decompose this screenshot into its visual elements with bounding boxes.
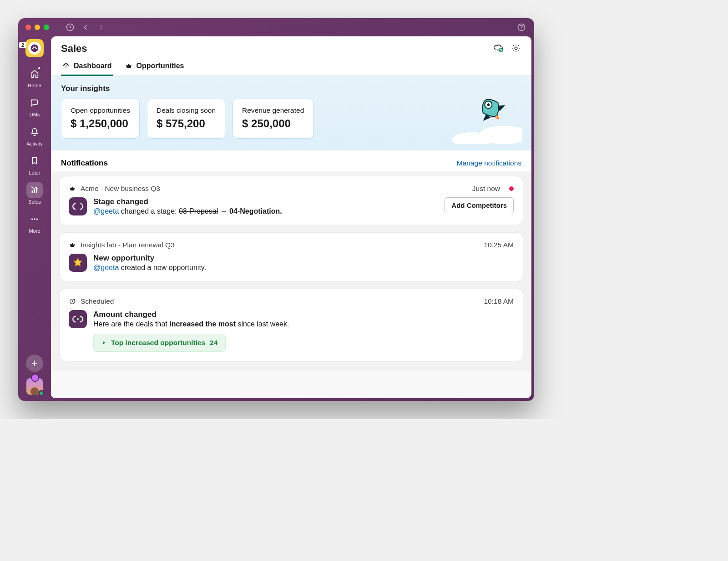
traffic-lights [25,25,49,30]
workspace-switcher[interactable]: 2 [25,39,44,57]
pill-count: 24 [210,339,217,347]
manage-notifications-link[interactable]: Manage notifications [457,159,521,167]
notifications-list: Acme - New business Q3 Just now Stage ch… [51,171,531,371]
card-value: $ 250,000 [242,117,304,130]
app-avatar-icon [69,197,87,215]
sidebar-item-label: Home [28,83,41,88]
tab-opportunities[interactable]: Opportunities [124,60,185,76]
insights-section: Your insights Open opportunities $ 1,250… [51,76,531,150]
notification-source: Insights lab - Plan renewal Q3 [81,241,175,249]
nav-forward-button[interactable] [96,22,106,33]
svg-point-2 [521,29,521,30]
app-window: 2 Home DMs [18,18,534,401]
notification-title: Amount changed [93,310,514,319]
notification-text: @geeta changed a stage: 03-Proposal → 04… [93,207,438,215]
sidebar-item-sales[interactable]: Sales [21,179,48,206]
notification-title: New opportunity [93,254,514,263]
salesforce-sync-icon[interactable] [493,43,504,54]
top-increased-opportunities-button[interactable]: Top increased opportunities 24 [93,334,226,352]
card-value: $ 575,200 [157,117,216,130]
sidebar-item-home[interactable]: Home [21,63,48,90]
insight-card-deals-closing[interactable]: Deals closing soon $ 575,200 [147,99,225,139]
sidebar-item-label: Activity [27,141,43,146]
unread-dot-icon [37,66,41,70]
sidebar-item-activity[interactable]: Activity [21,121,48,148]
card-label: Revenue generated [242,106,304,115]
notification-text: @geeta created a new opportunity. [93,264,514,272]
user-avatar[interactable] [26,378,43,395]
settings-icon[interactable] [511,43,521,54]
insight-card-revenue[interactable]: Revenue generated $ 250,000 [233,99,313,139]
notifications-header: Notifications Manage notifications [51,150,531,171]
notification-text: Here are the deals that increased the mo… [93,320,514,328]
workspace-unread-badge: 2 [19,42,26,48]
rocket-illustration-icon [450,80,522,144]
svg-point-8 [36,218,38,220]
insight-card-open-opportunities[interactable]: Open opportunities $ 1,250,000 [61,99,140,139]
svg-point-5 [35,46,36,48]
sidebar-item-label: Later [29,170,40,175]
svg-rect-11 [66,65,66,68]
notification-title: Stage changed [93,197,438,206]
crown-icon [69,185,76,192]
main-panel: Sales Dashboard [51,36,531,398]
svg-point-6 [31,218,33,220]
scheduled-icon [69,298,76,305]
card-label: Deals closing soon [157,106,216,115]
create-new-button[interactable] [26,355,43,372]
tab-label: Opportunities [136,62,184,70]
svg-point-17 [77,318,79,320]
nav-back-button[interactable] [80,22,91,33]
sidebar-item-label: Sales [28,199,41,205]
crown-icon [125,62,133,70]
add-competitors-button[interactable]: Add Competitors [445,197,514,213]
sidebar-item-more[interactable]: More [21,208,48,235]
crown-icon [69,241,76,249]
svg-point-7 [34,218,35,220]
unread-dot-icon [509,186,514,191]
maximize-window-button[interactable] [44,25,49,30]
status-emoji-icon [31,374,39,382]
play-icon [101,340,106,346]
page-title: Sales [61,43,87,55]
app-avatar-icon [69,310,87,328]
card-value: $ 1,250,000 [71,117,130,130]
notification-source: Acme - New business Q3 [81,185,160,193]
dashboard-icon [62,62,70,70]
user-mention[interactable]: @geeta [93,207,119,215]
titlebar [18,18,534,36]
app-avatar-icon [69,254,87,272]
tabs: Dashboard Opportunities [51,55,531,76]
history-icon[interactable] [65,22,76,33]
notification-timestamp: Just now [472,185,500,193]
sidebar-item-later[interactable]: Later [21,150,48,177]
notification-item[interactable]: Insights lab - Plan renewal Q3 10:25 AM … [59,232,523,281]
notification-timestamp: 10:18 AM [484,297,514,306]
notification-source: Scheduled [81,297,114,306]
notifications-heading: Notifications [61,159,108,168]
notification-item[interactable]: Acme - New business Q3 Just now Stage ch… [59,176,523,225]
workspace-sidebar: 2 Home DMs [18,36,51,401]
notification-item[interactable]: Scheduled 10:18 AM Amount changed Here a… [59,289,523,361]
sidebar-item-label: More [29,228,40,234]
card-label: Open opportunities [71,106,130,115]
sidebar-item-dms[interactable]: DMs [21,92,48,119]
close-window-button[interactable] [25,25,31,30]
svg-point-4 [33,46,34,48]
notification-timestamp: 10:25 AM [484,241,514,249]
help-icon[interactable] [516,22,527,33]
sidebar-item-label: DMs [30,112,40,117]
presence-indicator-icon [38,390,45,396]
tab-dashboard[interactable]: Dashboard [61,60,113,76]
svg-point-10 [515,47,517,50]
tab-label: Dashboard [74,62,112,70]
pill-label: Top increased opportunities [111,339,205,347]
minimize-window-button[interactable] [35,25,40,30]
user-mention[interactable]: @geeta [93,264,119,271]
